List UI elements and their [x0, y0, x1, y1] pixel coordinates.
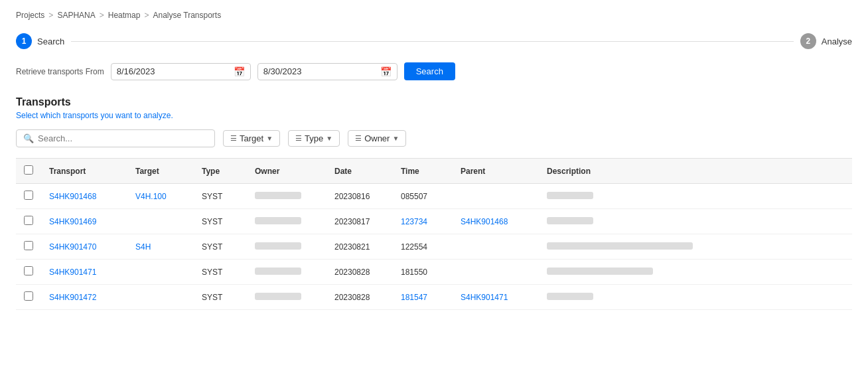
row-time: 123734: [393, 209, 453, 234]
row-owner: [247, 209, 326, 234]
header-type: Type: [194, 159, 247, 184]
row-transport: S4HK901468: [41, 184, 127, 209]
table-row: S4HK901470 S4H SYST 20230821 122554: [16, 234, 852, 260]
row-checkbox-2[interactable]: [24, 241, 33, 250]
row-target: V4H.100: [127, 184, 194, 209]
step1-label: Search: [37, 37, 64, 46]
row-date: 20230817: [326, 209, 393, 234]
transport-search-wrapper[interactable]: 🔍: [16, 129, 215, 147]
transport-search-input[interactable]: [38, 133, 208, 143]
type-filter-chevron: ▼: [326, 135, 332, 142]
row-transport: S4HK901469: [41, 209, 127, 234]
desc-redacted: [547, 293, 593, 300]
transport-link[interactable]: S4HK901468: [49, 192, 96, 201]
to-date-wrapper[interactable]: 📅: [257, 63, 398, 80]
row-checkbox-1[interactable]: [24, 216, 33, 225]
row-time: 181547: [393, 285, 453, 310]
table-header-row: Transport Target Type Owner Date Time Pa…: [16, 159, 852, 184]
target-filter-chevron: ▼: [266, 135, 273, 142]
row-parent: S4HK901471: [453, 285, 539, 310]
target-link[interactable]: S4H: [135, 242, 151, 252]
row-owner: [247, 234, 326, 260]
step-header: 1 Search 2 Analyse: [16, 33, 852, 49]
type-filter-icon: ☰: [295, 134, 302, 143]
table-row: S4HK901472 SYST 20230828 181547 S4HK9014…: [16, 285, 852, 310]
parent-link[interactable]: S4HK901471: [461, 293, 508, 302]
to-date-input[interactable]: [263, 66, 375, 76]
transport-link[interactable]: S4HK901470: [49, 242, 96, 252]
from-date-calendar-icon[interactable]: 📅: [234, 66, 245, 77]
desc-redacted: [547, 192, 593, 199]
table-row: S4HK901469 SYST 20230817 123734 S4HK9014…: [16, 209, 852, 234]
owner-filter-icon: ☰: [355, 134, 362, 143]
owner-filter-chevron: ▼: [392, 135, 399, 142]
date-row: Retrieve transports From 📅 📅 Search: [16, 62, 852, 80]
row-time: 085507: [393, 184, 453, 209]
row-checkbox-cell: [16, 260, 41, 285]
header-date: Date: [326, 159, 393, 184]
to-date-calendar-icon[interactable]: 📅: [380, 66, 392, 77]
breadcrumb-heatmap: Heatmap: [108, 11, 141, 20]
owner-redacted: [255, 268, 301, 275]
owner-filter[interactable]: ☰ Owner ▼: [348, 130, 406, 147]
row-desc: [539, 285, 852, 310]
row-checkbox-cell: [16, 234, 41, 260]
row-transport: S4HK901472: [41, 285, 127, 310]
target-link[interactable]: V4H.100: [135, 192, 167, 201]
step2-container: 2 Analyse: [794, 33, 852, 49]
header-target: Target: [127, 159, 194, 184]
row-owner: [247, 184, 326, 209]
row-time: 181550: [393, 260, 453, 285]
breadcrumb-saphana: SAPHANA: [57, 11, 95, 20]
transport-link[interactable]: S4HK901469: [49, 217, 96, 226]
target-filter-label: Target: [240, 133, 263, 143]
row-owner: [247, 260, 326, 285]
row-desc: [539, 209, 852, 234]
breadcrumb-sep-3: >: [144, 11, 149, 20]
owner-redacted: [255, 192, 301, 199]
section-subtitle: Select which transports you want to anal…: [16, 111, 852, 120]
header-description: Description: [539, 159, 852, 184]
row-type: SYST: [194, 260, 247, 285]
row-checkbox-3[interactable]: [24, 266, 33, 275]
step2-badge: 2: [800, 33, 816, 49]
target-filter[interactable]: ☰ Target ▼: [223, 130, 280, 147]
transport-link[interactable]: S4HK901472: [49, 293, 96, 302]
row-checkbox-cell: [16, 184, 41, 209]
header-time: Time: [393, 159, 453, 184]
row-parent: [453, 184, 539, 209]
from-date-wrapper[interactable]: 📅: [111, 63, 251, 80]
table-row: S4HK901471 SYST 20230828 181550: [16, 260, 852, 285]
row-type: SYST: [194, 209, 247, 234]
section-title: Transports: [16, 96, 852, 108]
transport-link[interactable]: S4HK901471: [49, 268, 96, 277]
from-date-input[interactable]: [117, 66, 228, 76]
row-date: 20230828: [326, 285, 393, 310]
row-checkbox-4[interactable]: [24, 291, 33, 301]
row-desc: [539, 260, 852, 285]
step1-badge: 1: [16, 33, 32, 49]
select-all-checkbox[interactable]: [24, 165, 33, 175]
target-filter-icon: ☰: [230, 134, 237, 143]
row-parent: [453, 234, 539, 260]
row-parent: S4HK901468: [453, 209, 539, 234]
row-type: SYST: [194, 184, 247, 209]
row-target: [127, 209, 194, 234]
search-button[interactable]: Search: [404, 62, 455, 80]
breadcrumb-sep-1: >: [48, 11, 53, 20]
row-checkbox-0[interactable]: [24, 191, 33, 200]
row-desc: [539, 234, 852, 260]
step2-label: Analyse: [822, 37, 852, 46]
desc-redacted: [547, 268, 653, 275]
parent-link[interactable]: S4HK901468: [461, 217, 508, 226]
row-parent: [453, 260, 539, 285]
row-target: S4H: [127, 234, 194, 260]
type-filter[interactable]: ☰ Type ▼: [288, 130, 340, 147]
breadcrumb-analyse-transports: Analyse Transports: [153, 11, 221, 20]
desc-redacted: [547, 242, 693, 250]
date-row-label: Retrieve transports From: [16, 67, 104, 76]
transports-section: Transports Select which transports you w…: [16, 96, 852, 310]
type-filter-label: Type: [305, 133, 323, 143]
breadcrumb-sep-2: >: [100, 11, 104, 20]
row-transport: S4HK901470: [41, 234, 127, 260]
